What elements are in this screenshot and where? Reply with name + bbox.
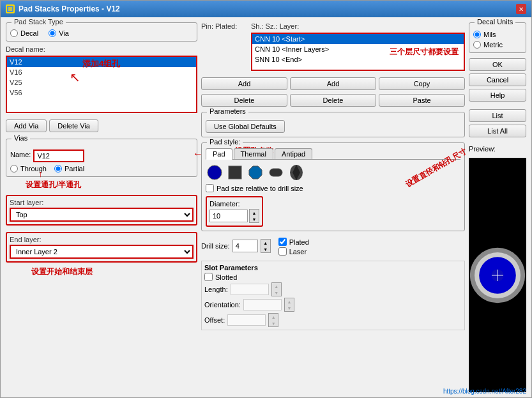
tab-thermal[interactable]: Thermal <box>234 148 273 159</box>
start-layer-dropdown[interactable]: Top <box>10 208 194 222</box>
offset-input <box>227 314 266 326</box>
drill-size-input[interactable] <box>232 240 258 252</box>
slotted-label: Slotted <box>215 273 237 281</box>
list-buttons: List List All <box>469 109 526 137</box>
pad-shape-octagon[interactable] <box>247 164 264 181</box>
pad-shape-circle[interactable] <box>206 164 224 181</box>
use-global-button[interactable]: Use Global Defaults <box>206 120 285 133</box>
orientation-up: ▲ <box>285 298 294 305</box>
diameter-up[interactable]: ▲ <box>250 210 259 216</box>
layer-delete-paste-row: Delete Delete Paste <box>201 94 465 107</box>
parameters-section: Parameters Use Global Defaults <box>201 112 465 137</box>
plated-checkbox[interactable] <box>278 238 287 246</box>
drill-down[interactable]: ▼ <box>261 246 270 252</box>
add-delete-row: Add Via Delete Via <box>6 119 197 132</box>
via-name-row: Name: <box>10 147 193 162</box>
pad-style-label: Pad style: <box>207 138 243 146</box>
metric-label: Metric <box>483 41 503 49</box>
decal-radio[interactable] <box>10 29 18 37</box>
partial-label: Partial <box>65 165 84 172</box>
pad-shape-oblong[interactable] <box>267 164 285 181</box>
decal-units-label: Decal Units <box>475 18 515 26</box>
middle-panel: Pin: Plated: Sh.: Sz.: Layer: CNN 10 <St… <box>201 22 465 392</box>
preview-svg <box>469 227 526 323</box>
plated-laser-col: Plated Laser <box>278 236 309 256</box>
vias-section: Vias Name: 设置孔名称 ← Through Partial <box>6 139 197 177</box>
cancel-button[interactable]: Cancel <box>469 73 526 86</box>
copy-button[interactable]: Copy <box>379 77 465 90</box>
drill-up[interactable]: ▲ <box>261 240 270 246</box>
slot-section: Slot Parameters Slotted Length: ▲ ▼ Orie… <box>201 261 465 330</box>
app-icon <box>6 4 15 13</box>
delete-via-button[interactable]: Delete Via <box>49 119 98 132</box>
end-layer-dropdown[interactable]: Inner Layer 2 <box>10 245 194 259</box>
decal-radio-label[interactable]: Decal <box>10 29 38 37</box>
svg-rect-3 <box>229 166 241 179</box>
pad-shape-custom[interactable] <box>287 164 305 181</box>
pad-style-tabs: Pad Thermal Antipad <box>206 148 460 160</box>
decal-name-container: Decal name: V12 V16 V25 V56 添加4组孔 ↖ <box>6 45 197 113</box>
add-button-mid[interactable]: Add <box>290 77 376 90</box>
slot-parameters-label: Slot Parameters <box>204 264 462 272</box>
list-all-button[interactable]: List All <box>469 125 526 137</box>
plated-row: Plated <box>278 238 309 246</box>
annotation-arrow-through: ↑ <box>38 169 43 179</box>
ok-button[interactable]: OK <box>469 58 526 71</box>
via-radio-label[interactable]: Via <box>49 29 69 37</box>
length-down: ▼ <box>272 289 281 296</box>
delete-button-mid[interactable]: Delete <box>290 94 376 107</box>
via-name-input[interactable] <box>33 149 84 162</box>
length-input <box>231 284 269 295</box>
metric-radio-label[interactable]: Metric <box>473 41 522 49</box>
via-radio[interactable] <box>49 29 56 37</box>
add-via-button[interactable]: Add Via <box>6 119 47 132</box>
svg-point-2 <box>208 165 222 180</box>
mils-radio-label[interactable]: Mils <box>473 31 522 38</box>
end-layer-group: End layer: Inner Layer 2 <box>6 232 197 263</box>
pad-size-relative-checkbox[interactable] <box>206 184 214 192</box>
delete-button-top[interactable]: Delete <box>201 94 287 107</box>
partial-radio-label[interactable]: Partial <box>54 165 84 172</box>
metric-radio[interactable] <box>473 41 481 49</box>
paste-button[interactable]: Paste <box>379 94 465 107</box>
help-button[interactable]: Help <box>469 89 526 102</box>
through-radio[interactable] <box>10 165 18 172</box>
partial-radio[interactable] <box>54 165 62 172</box>
mils-radio[interactable] <box>473 31 481 38</box>
diameter-spinner: ▲ ▼ <box>249 209 259 223</box>
list-button[interactable]: List <box>469 109 526 122</box>
offset-spinner: ▲ ▼ <box>268 313 278 327</box>
type-radio-group: Decal Via <box>10 29 193 37</box>
list-item-v56[interactable]: V56 <box>7 88 196 98</box>
diameter-input[interactable] <box>209 210 248 222</box>
main-window: Pad Stacks Properties - V12 ✕ Pad Stack … <box>0 0 532 398</box>
via-radio-text: Via <box>59 29 69 37</box>
add-button-top[interactable]: Add <box>201 77 287 90</box>
main-content: Pad Stack Type Decal Via Decal name: V1 <box>1 17 531 397</box>
decal-name-label: Decal name: <box>6 45 197 53</box>
layer-item-start[interactable]: CNN 10 <Start> <box>252 34 464 44</box>
close-button[interactable]: ✕ <box>516 4 526 14</box>
window-title: Pad Stacks Properties - V12 <box>19 4 512 13</box>
laser-label: Laser <box>289 248 307 256</box>
pad-shape-square[interactable] <box>226 164 244 181</box>
orientation-label: Orientation: <box>204 301 241 309</box>
decal-units-group: Decal Units Mils Metric <box>469 22 526 53</box>
preview-label: Preview: <box>469 145 526 153</box>
tab-antipad[interactable]: Antipad <box>275 148 312 159</box>
length-label: Length: <box>204 286 228 293</box>
diameter-down[interactable]: ▼ <box>250 216 259 222</box>
preview-area <box>469 158 526 392</box>
layer-add-delete-row: Add Add Copy <box>201 77 465 90</box>
diameter-input-row: ▲ ▼ <box>209 209 259 223</box>
tab-pad[interactable]: Pad <box>206 148 232 160</box>
list-item-v25[interactable]: V25 <box>7 77 196 88</box>
slotted-row: Slotted <box>204 273 462 281</box>
footer-url: https://blog.csdn.net/After282 <box>443 388 526 395</box>
pin-section: Pin: Plated: <box>201 22 246 33</box>
pad-style-section: Pad style: Pad Thermal Antipad <box>201 142 465 231</box>
laser-checkbox[interactable] <box>278 247 287 256</box>
annotation-arrow-add: ↖ <box>70 70 80 85</box>
annotation-through-partial: 设置通孔/半通孔 <box>26 180 81 190</box>
slotted-checkbox[interactable] <box>204 273 213 281</box>
